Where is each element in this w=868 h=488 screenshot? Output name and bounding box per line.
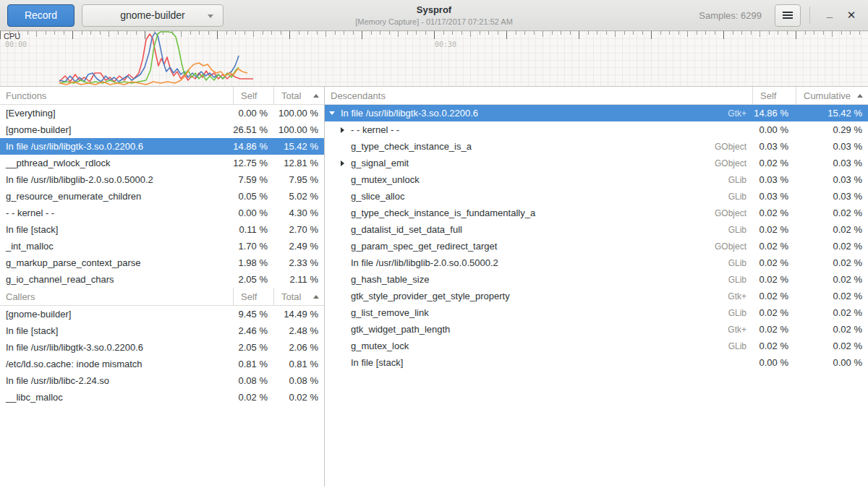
ruler-tick — [723, 31, 724, 39]
cumulative-column-header[interactable]: Cumulative — [796, 87, 868, 104]
table-row[interactable]: g_markup_parse_context_parse1.98 %2.33 % — [0, 254, 324, 271]
row-name-cell: /etc/ld.so.cache: inode mismatch — [0, 359, 233, 369]
ruler-tick — [154, 31, 155, 35]
table-row[interactable]: /etc/ld.so.cache: inode mismatch0.81 %0.… — [0, 356, 324, 372]
table-row[interactable]: g_io_channel_read_chars2.05 %2.11 % — [0, 271, 324, 288]
process-selector-dropdown[interactable]: gnome-builder — [82, 4, 224, 27]
function-name: In file [stack] — [6, 325, 58, 336]
self-column-header[interactable]: Self — [752, 87, 796, 104]
total-percent: 0.81 % — [273, 359, 324, 369]
total-column-header[interactable]: Total — [273, 87, 324, 104]
ruler-tick — [416, 31, 417, 35]
minimize-button[interactable]: _ — [819, 4, 841, 26]
function-name: g_hash_table_size — [351, 274, 429, 285]
self-percent: 0.02 % — [752, 241, 796, 252]
self-percent: 0.02 % — [233, 392, 273, 403]
expander-closed-icon[interactable] — [341, 127, 351, 133]
function-name: g_type_check_instance_is_fundamentally_a — [351, 207, 535, 218]
row-name-cell: [Everything] — [0, 108, 233, 119]
record-button[interactable]: Record — [7, 4, 75, 27]
table-row[interactable]: g_type_check_instance_is_fundamentally_a… — [325, 205, 868, 221]
table-row[interactable]: - - kernel - -0.00 %0.29 % — [325, 121, 868, 138]
table-row[interactable]: In file /usr/lib/libgtk-3.so.0.2200.6Gtk… — [325, 105, 868, 121]
ruler-tick — [425, 31, 426, 35]
function-name: g_type_check_instance_is_a — [351, 141, 472, 152]
ruler-tick — [389, 31, 390, 35]
expander-closed-icon[interactable] — [341, 160, 351, 166]
table-row[interactable]: In file [stack]2.46 %2.48 % — [0, 322, 324, 339]
self-percent: 0.03 % — [752, 141, 796, 152]
table-row[interactable]: _int_malloc1.70 %2.49 % — [0, 238, 324, 254]
self-column-header[interactable]: Self — [233, 87, 273, 104]
table-row[interactable]: g_slice_allocGLib0.03 %0.03 % — [325, 188, 868, 205]
table-row[interactable]: g_mutex_unlockGLib0.03 %0.03 % — [325, 171, 868, 188]
table-row[interactable]: g_signal_emitGObject0.02 %0.03 % — [325, 155, 868, 171]
functions-column-header[interactable]: Functions — [0, 87, 233, 104]
table-row[interactable]: [gnome-builder]26.51 %100.00 % — [0, 121, 324, 138]
self-percent: 2.05 % — [233, 274, 273, 285]
sort-ascending-icon — [857, 94, 863, 98]
row-name-cell: g_resource_enumerate_children — [0, 191, 233, 202]
callers-table-header: Callers Self Total — [0, 288, 324, 306]
ruler-tick — [163, 31, 163, 35]
function-name: g_markup_parse_context_parse — [6, 257, 140, 268]
self-percent: 0.08 % — [233, 375, 273, 386]
ruler-tick — [461, 31, 462, 35]
table-row[interactable]: g_param_spec_get_redirect_targetGObject0… — [325, 238, 868, 254]
table-row[interactable]: gtk_widget_path_lengthGtk+0.02 %0.02 % — [325, 321, 868, 338]
table-row[interactable]: In file /usr/lib/libc-2.24.so0.08 %0.08 … — [0, 372, 324, 389]
table-row[interactable]: __pthread_rwlock_rdlock12.75 %12.81 % — [0, 155, 324, 171]
cumulative-percent: 0.02 % — [796, 224, 868, 235]
total-percent: 2.48 % — [273, 325, 324, 336]
table-row[interactable]: g_type_check_instance_is_aGObject0.03 %0… — [325, 138, 868, 155]
cumulative-percent: 15.42 % — [796, 108, 868, 119]
ruler-tick — [72, 31, 73, 39]
function-name: In file /usr/lib/libglib-2.0.so.0.5000.2 — [6, 174, 153, 185]
row-name-cell: gtk_style_provider_get_style_propertyGtk… — [325, 291, 752, 301]
table-row[interactable]: [Everything]0.00 %100.00 % — [0, 105, 324, 121]
table-row[interactable]: g_list_remove_linkGLib0.02 %0.02 % — [325, 304, 868, 321]
ruler-tick — [769, 31, 770, 35]
table-row[interactable]: In file /usr/lib/libglib-2.0.so.0.5000.2… — [325, 254, 868, 271]
function-name: g_datalist_id_set_data_full — [351, 224, 462, 235]
table-row[interactable]: g_hash_table_sizeGLib0.02 %0.02 % — [325, 271, 868, 288]
library-category-tag: GLib — [728, 225, 752, 235]
row-name-cell: g_param_spec_get_redirect_targetGObject — [325, 241, 752, 252]
self-column-header[interactable]: Self — [233, 288, 273, 305]
self-percent: 1.70 % — [233, 241, 273, 252]
ruler-tick — [588, 31, 589, 35]
close-icon: ✕ — [847, 9, 856, 22]
table-row[interactable]: - - kernel - -0.00 %4.30 % — [0, 205, 324, 221]
menu-button[interactable] — [775, 4, 801, 27]
table-row[interactable]: In file /usr/lib/libglib-2.0.so.0.5000.2… — [0, 171, 324, 188]
table-row[interactable]: __libc_malloc0.02 %0.02 % — [0, 389, 324, 406]
ruler-tick — [524, 31, 525, 35]
table-row[interactable]: g_datalist_id_set_data_fullGLib0.02 %0.0… — [325, 221, 868, 238]
table-row[interactable]: g_resource_enumerate_children0.05 %5.02 … — [0, 188, 324, 205]
ruler-tick — [534, 31, 535, 35]
hamburger-menu-icon — [783, 12, 793, 19]
ruler-tick — [642, 31, 643, 35]
table-row[interactable]: g_mutex_lockGLib0.02 %0.02 % — [325, 338, 868, 354]
table-row[interactable]: In file [stack]0.00 %0.00 % — [325, 354, 868, 371]
ruler-tick — [208, 31, 209, 35]
row-name-cell: In file /usr/lib/libglib-2.0.so.0.5000.2… — [325, 257, 752, 268]
callers-column-header[interactable]: Callers — [0, 288, 233, 305]
total-percent: 12.81 % — [273, 158, 324, 168]
cpu-timeline-graph[interactable]: CPU 00:00 00:30 — [0, 31, 868, 87]
total-percent: 2.49 % — [273, 241, 324, 252]
ruler-tick — [100, 31, 101, 35]
total-column-header[interactable]: Total — [273, 288, 324, 305]
ruler-tick — [136, 31, 137, 35]
table-row[interactable]: In file [stack]0.11 %2.70 % — [0, 221, 324, 238]
total-percent: 7.95 % — [273, 174, 324, 185]
table-row[interactable]: In file /usr/lib/libgtk-3.so.0.2200.62.0… — [0, 339, 324, 356]
table-row[interactable]: [gnome-builder]9.45 %14.49 % — [0, 306, 324, 322]
descendants-column-header[interactable]: Descendants — [325, 87, 752, 104]
table-row[interactable]: gtk_style_provider_get_style_propertyGtk… — [325, 288, 868, 304]
table-row[interactable]: In file /usr/lib/libgtk-3.so.0.2200.614.… — [0, 138, 324, 155]
self-percent: 0.02 % — [752, 324, 796, 335]
expander-open-icon[interactable] — [329, 111, 341, 115]
close-button[interactable]: ✕ — [841, 4, 862, 26]
total-percent: 2.11 % — [273, 274, 324, 285]
